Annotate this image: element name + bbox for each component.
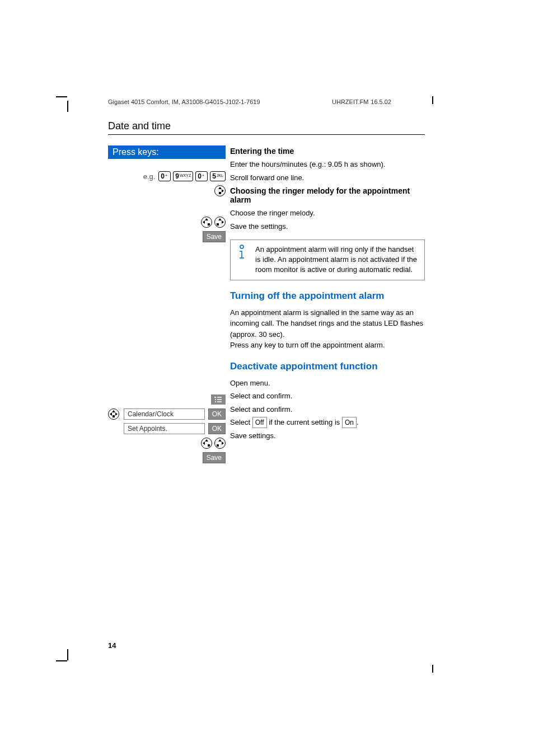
key-row-save2: Save — [108, 452, 226, 464]
heading-entering-time: Entering the time — [230, 147, 425, 156]
save-softkey: Save — [203, 452, 226, 463]
key-5: 5JKL — [210, 171, 226, 181]
text-select-off: Select Off if the current setting is On. — [230, 417, 425, 428]
svg-point-0 — [240, 245, 243, 248]
heading-choosing-ringer: Choosing the ringer melody for the appoi… — [230, 186, 425, 204]
key-row-setappoints: Set Appoints. OK — [108, 422, 226, 435]
text-enter-hours: Enter the hours/minutes (e.g.: 9.05 h as… — [230, 159, 425, 170]
text-save-settings: Save the settings. — [230, 221, 425, 232]
header-center: UHRZEIT.FM — [332, 98, 368, 105]
left-column: Press keys: e.g. 0+ 9WXYZ 0+ 5JKL — [108, 145, 226, 466]
key-0: 0+ — [158, 171, 171, 181]
note-box: An appointment alarm will ring only if t… — [230, 240, 425, 280]
key-0b: 0+ — [195, 171, 208, 181]
crop-mark — [67, 649, 68, 660]
heading-deactivate: Deactivate appointment function — [230, 361, 425, 372]
on-box: On — [342, 417, 357, 428]
off-box: Off — [252, 417, 267, 428]
crop-mark — [67, 101, 68, 112]
note-text: An appointment alarm will ring only if t… — [255, 245, 420, 275]
ok-softkey: OK — [208, 408, 226, 420]
nav-key-icon — [214, 217, 226, 228]
content-area: Press keys: e.g. 0+ 9WXYZ 0+ 5JKL — [108, 145, 425, 466]
key-row-scroll — [108, 185, 226, 197]
eg-label: e.g. — [143, 172, 156, 181]
nav-key-icon — [214, 185, 226, 196]
menu-calendar-label: Calendar/Clock — [124, 408, 205, 420]
key-row-save: Save — [108, 231, 226, 243]
key-row-openmenu — [108, 393, 226, 406]
text-save-settings2: Save settings. — [230, 430, 425, 442]
key-9: 9WXYZ — [173, 171, 193, 181]
header-right: 16.5.02 — [371, 98, 391, 105]
crop-mark — [56, 96, 67, 97]
text-scroll-forward: Scroll forward one line. — [230, 172, 425, 184]
crop-mark — [432, 96, 433, 104]
nav-key-icon — [201, 438, 212, 449]
header-left: Gigaset 4015 Comfort, IM, A31008-G4015-J… — [108, 98, 260, 105]
nav-key-icon — [214, 438, 226, 449]
text-open-menu: Open menu. — [230, 378, 425, 389]
save-softkey: Save — [203, 231, 226, 242]
right-column: Entering the time Enter the hours/minute… — [226, 145, 425, 466]
text-turning-off: An appointment alarm is signalled in the… — [230, 307, 425, 351]
page-number: 14 — [108, 641, 116, 650]
crop-mark — [56, 660, 67, 661]
key-row-digits: e.g. 0+ 9WXYZ 0+ 5JKL — [108, 170, 226, 182]
nav-key-icon — [201, 217, 212, 228]
menu-icon — [211, 395, 226, 405]
section-rule — [108, 134, 425, 135]
press-keys-banner: Press keys: — [108, 145, 226, 159]
text-select-confirm-1: Select and confirm. — [230, 391, 425, 402]
heading-turning-off: Turning off the appointment alarm — [230, 290, 425, 302]
key-row-calendar: Calendar/Clock OK — [108, 408, 226, 420]
text-select-confirm-2: Select and confirm. — [230, 404, 425, 415]
ok-softkey: OK — [208, 423, 226, 434]
key-row-ringer — [108, 216, 226, 228]
text-choose-ringer: Choose the ringer melody. — [230, 208, 425, 219]
menu-setappoints-label: Set Appoints. — [124, 423, 205, 434]
key-row-offon — [108, 437, 226, 449]
crop-mark — [432, 665, 433, 673]
info-icon — [235, 245, 249, 275]
section-title: Date and time — [108, 120, 171, 132]
nav-key-icon — [108, 408, 119, 420]
